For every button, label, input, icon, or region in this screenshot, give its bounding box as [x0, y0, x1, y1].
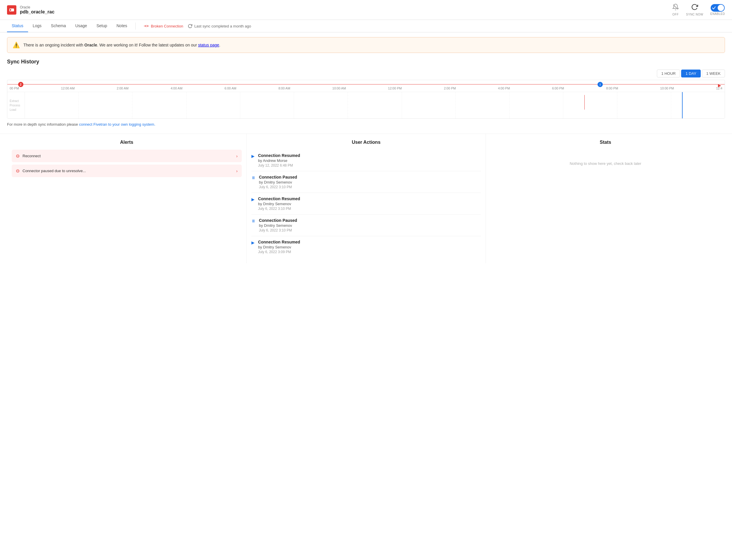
- sync-now-control[interactable]: SYNC NOW: [686, 4, 703, 16]
- stats-empty-message: Nothing to show here yet, check back lat…: [491, 150, 720, 177]
- alert-chevron-1: ›: [236, 169, 238, 173]
- time-filter-1day[interactable]: 1 DAY: [681, 70, 701, 77]
- time-label-5: 8:00 AM: [278, 87, 290, 90]
- grid-col-5: [294, 92, 348, 118]
- oracle-logo: [7, 5, 16, 15]
- time-label-0: 00 PM: [10, 87, 19, 90]
- broken-connection-status: Broken Connection: [144, 24, 183, 28]
- oracle-label: Oracle: [20, 5, 54, 9]
- time-label-10: 6:00 PM: [552, 87, 564, 90]
- chart-vertical-blue-line: [682, 92, 683, 118]
- sync-now-button[interactable]: [691, 4, 698, 12]
- action-item-4: ▶ Connection Resumed by Dmitry Semenov J…: [251, 236, 481, 257]
- grid-col-7: [402, 92, 456, 118]
- sync-now-label: SYNC NOW: [686, 13, 703, 16]
- enabled-toggle[interactable]: [711, 4, 725, 12]
- time-label-12: 10:00 PM: [660, 87, 674, 90]
- action-title-0: Connection Resumed: [258, 153, 300, 158]
- last-sync-status: Last sync completed a month ago: [188, 24, 251, 28]
- alert-banner-text: There is an ongoing incident with Oracle…: [23, 43, 220, 47]
- sync-chart: 2 i ▶ 00 PM 12:00 AM 2:00 AM 4:00 AM 6:0…: [7, 80, 725, 119]
- tab-schema[interactable]: Schema: [46, 20, 70, 32]
- time-label-7: 12:00 PM: [388, 87, 402, 90]
- logging-link[interactable]: connect Fivetran to your own logging sys…: [79, 122, 155, 127]
- logging-note: For more in depth sync information pleas…: [7, 122, 725, 127]
- time-filter-1week[interactable]: 1 WEEK: [702, 70, 725, 77]
- nav-area: Status Logs Schema Usage Setup Notes Bro…: [0, 20, 732, 32]
- action-title-1: Connection Paused: [259, 175, 297, 179]
- status-page-link[interactable]: status page: [198, 43, 219, 47]
- action-item-2: ▶ Connection Resumed by Dmitry Semenov J…: [251, 193, 481, 215]
- action-details-2: Connection Resumed by Dmitry Semenov Jul…: [258, 196, 300, 211]
- alert-chevron-0: ›: [236, 154, 238, 158]
- action-title-4: Connection Resumed: [258, 240, 300, 244]
- time-label-9: 4:00 PM: [498, 87, 510, 90]
- broken-connection-label: Broken Connection: [151, 24, 183, 28]
- grid-col-0: [25, 92, 79, 118]
- warning-icon: ⚠️: [13, 42, 20, 49]
- connector-name: pdb_oracle_rac: [20, 9, 54, 15]
- header-controls: OFF SYNC NOW ENABLED: [672, 4, 725, 16]
- sync-history-title: Sync History: [7, 59, 725, 65]
- action-date-0: July 12, 2022 6:48 PM: [258, 163, 300, 167]
- chart-grid-area: [25, 92, 725, 118]
- action-by-2: by Dmitry Semenov: [258, 202, 300, 206]
- time-label-8: 2:00 PM: [444, 87, 456, 90]
- pause-icon-3: ⏸: [251, 219, 255, 223]
- grid-col-9: [510, 92, 563, 118]
- header-title: Oracle pdb_oracle_rac: [20, 5, 54, 15]
- action-date-3: July 6, 2022 3:10 PM: [259, 228, 297, 232]
- grid-col-12: [671, 92, 725, 118]
- chart-end-marker: ▶: [718, 83, 721, 88]
- time-label-2: 2:00 AM: [117, 87, 128, 90]
- grid-col-4: [240, 92, 294, 118]
- chart-dot-2: 2: [18, 82, 23, 87]
- chart-y-labels: Extract Process Load: [7, 92, 25, 118]
- action-by-0: by Andrew Morse: [258, 158, 300, 163]
- svg-rect-1: [10, 9, 11, 11]
- tab-status[interactable]: Status: [7, 20, 28, 32]
- grid-col-3: [187, 92, 240, 118]
- action-details-0: Connection Resumed by Andrew Morse July …: [258, 153, 300, 167]
- alert-error-icon-1: ⊖: [16, 168, 20, 174]
- grid-col-10: [563, 92, 617, 118]
- alert-item-left-0: ⊖ Reconnect: [16, 153, 41, 159]
- tab-logs[interactable]: Logs: [28, 20, 46, 32]
- action-date-4: July 6, 2022 3:09 PM: [258, 250, 300, 254]
- chart-info-dot[interactable]: i: [598, 82, 603, 87]
- bell-icon: [672, 4, 679, 12]
- stats-column: Stats Nothing to show here yet, check ba…: [486, 134, 725, 263]
- time-label-4: 6:00 AM: [225, 87, 236, 90]
- enabled-label: ENABLED: [710, 12, 725, 15]
- header: Oracle pdb_oracle_rac OFF SYNC NOW: [0, 0, 732, 20]
- alerts-column: Alerts ⊖ Reconnect › ⊖ Connector paused …: [7, 134, 246, 263]
- time-label-11: 8:00 PM: [606, 87, 618, 90]
- action-item-1: ⏸ Connection Paused by Dmitry Semenov Ju…: [251, 171, 481, 193]
- status-bar: Broken Connection Last sync completed a …: [144, 24, 251, 28]
- play-icon-0: ▶: [251, 154, 255, 158]
- chart-grid-columns: [25, 92, 725, 118]
- tab-setup[interactable]: Setup: [92, 20, 112, 32]
- toggle-knob: [718, 5, 724, 11]
- user-actions-column: User Actions ▶ Connection Resumed by And…: [246, 134, 486, 263]
- nav-divider: [135, 23, 136, 30]
- last-sync-label: Last sync completed a month ago: [194, 24, 251, 28]
- time-label-6: 10:00 AM: [332, 87, 346, 90]
- chart-label-load: Load: [10, 108, 22, 111]
- grid-col-2: [132, 92, 186, 118]
- chart-small-red-marker: [584, 95, 585, 110]
- play-icon-4: ▶: [251, 240, 255, 245]
- sync-history-section: Sync History 1 HOUR 1 DAY 1 WEEK 2 i ▶ 0…: [0, 59, 732, 127]
- chart-label-extract: Extract: [10, 99, 22, 103]
- alert-item-paused[interactable]: ⊖ Connector paused due to unresolve... ›: [12, 165, 242, 177]
- chart-body: Extract Process Load: [7, 92, 725, 118]
- time-filter-1hour[interactable]: 1 HOUR: [657, 70, 680, 77]
- notification-control: OFF: [672, 4, 679, 16]
- alert-label-1: Connector paused due to unresolve...: [23, 169, 86, 173]
- alert-item-reconnect[interactable]: ⊖ Reconnect ›: [12, 150, 242, 162]
- action-details-1: Connection Paused by Dmitry Semenov July…: [259, 175, 297, 189]
- tab-notes[interactable]: Notes: [112, 20, 132, 32]
- tab-usage[interactable]: Usage: [70, 20, 91, 32]
- grid-col-6: [348, 92, 402, 118]
- action-date-1: July 6, 2022 3:10 PM: [259, 185, 297, 189]
